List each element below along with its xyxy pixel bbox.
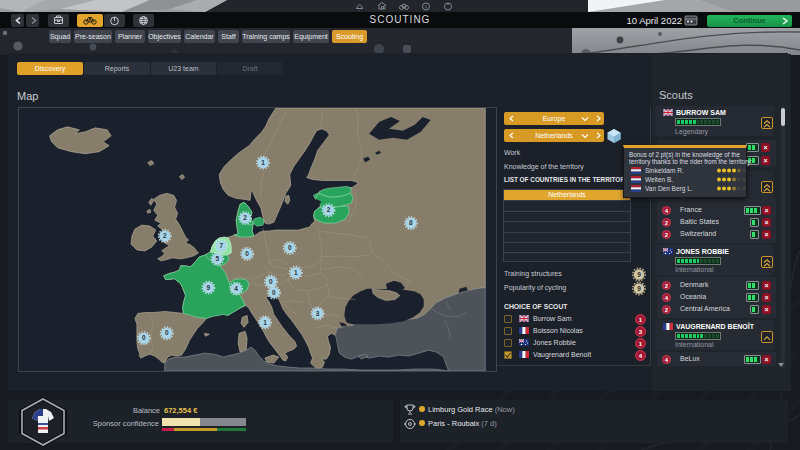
svg-text:9: 9 [637, 285, 641, 292]
svg-text:4: 4 [234, 285, 238, 292]
svg-text:2: 2 [243, 214, 247, 221]
svg-text:2: 2 [163, 232, 167, 239]
svg-text:9: 9 [637, 271, 641, 278]
svg-text:0: 0 [142, 334, 146, 341]
svg-text:9: 9 [207, 284, 211, 291]
svg-text:0: 0 [269, 278, 273, 285]
svg-text:1: 1 [261, 159, 265, 166]
svg-text:3: 3 [316, 310, 320, 317]
svg-text:5: 5 [216, 255, 220, 262]
svg-text:2: 2 [327, 206, 331, 213]
svg-text:0: 0 [245, 250, 249, 257]
svg-text:0: 0 [272, 289, 276, 296]
svg-text:0: 0 [165, 329, 169, 336]
svg-text:8: 8 [409, 219, 413, 226]
svg-text:1: 1 [263, 319, 267, 326]
svg-text:0: 0 [288, 244, 292, 251]
svg-text:1: 1 [294, 269, 298, 276]
svg-text:7: 7 [219, 242, 223, 249]
